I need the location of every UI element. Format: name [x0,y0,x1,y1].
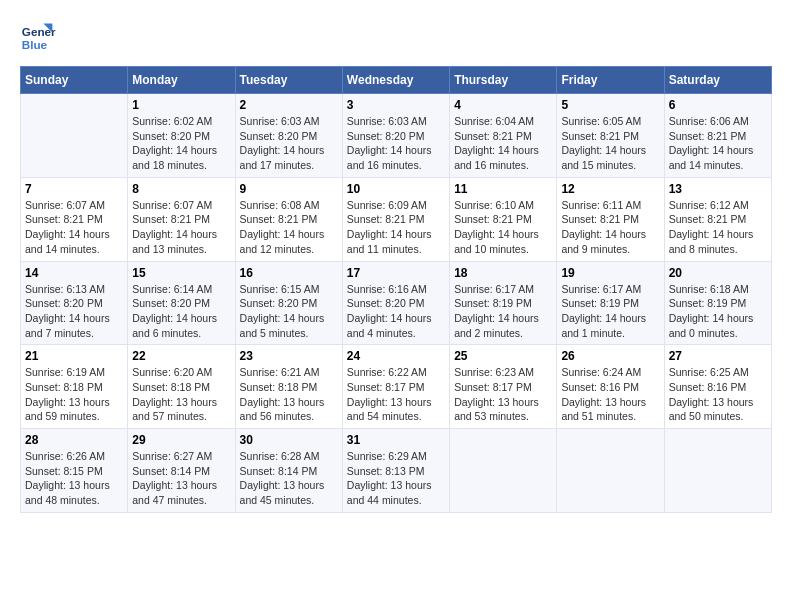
weekday-header-wednesday: Wednesday [342,67,449,94]
day-info: Sunrise: 6:15 AM Sunset: 8:20 PM Dayligh… [240,282,338,341]
day-info: Sunrise: 6:13 AM Sunset: 8:20 PM Dayligh… [25,282,123,341]
day-info: Sunrise: 6:27 AM Sunset: 8:14 PM Dayligh… [132,449,230,508]
calendar-header-row: SundayMondayTuesdayWednesdayThursdayFrid… [21,67,772,94]
day-number: 1 [132,98,230,112]
weekday-header-tuesday: Tuesday [235,67,342,94]
day-info: Sunrise: 6:16 AM Sunset: 8:20 PM Dayligh… [347,282,445,341]
weekday-header-friday: Friday [557,67,664,94]
calendar-cell: 31Sunrise: 6:29 AM Sunset: 8:13 PM Dayli… [342,429,449,513]
day-number: 30 [240,433,338,447]
calendar-cell: 10Sunrise: 6:09 AM Sunset: 8:21 PM Dayli… [342,177,449,261]
day-number: 26 [561,349,659,363]
calendar-cell: 8Sunrise: 6:07 AM Sunset: 8:21 PM Daylig… [128,177,235,261]
logo-icon: General Blue [20,20,56,56]
day-number: 8 [132,182,230,196]
day-info: Sunrise: 6:05 AM Sunset: 8:21 PM Dayligh… [561,114,659,173]
day-info: Sunrise: 6:19 AM Sunset: 8:18 PM Dayligh… [25,365,123,424]
day-number: 6 [669,98,767,112]
weekday-header-saturday: Saturday [664,67,771,94]
day-number: 15 [132,266,230,280]
calendar-cell [557,429,664,513]
calendar-cell: 1Sunrise: 6:02 AM Sunset: 8:20 PM Daylig… [128,94,235,178]
day-info: Sunrise: 6:22 AM Sunset: 8:17 PM Dayligh… [347,365,445,424]
calendar-cell: 19Sunrise: 6:17 AM Sunset: 8:19 PM Dayli… [557,261,664,345]
day-info: Sunrise: 6:26 AM Sunset: 8:15 PM Dayligh… [25,449,123,508]
calendar-table: SundayMondayTuesdayWednesdayThursdayFrid… [20,66,772,513]
day-info: Sunrise: 6:29 AM Sunset: 8:13 PM Dayligh… [347,449,445,508]
calendar-week-row: 14Sunrise: 6:13 AM Sunset: 8:20 PM Dayli… [21,261,772,345]
day-number: 3 [347,98,445,112]
weekday-header-thursday: Thursday [450,67,557,94]
calendar-week-row: 7Sunrise: 6:07 AM Sunset: 8:21 PM Daylig… [21,177,772,261]
calendar-cell: 5Sunrise: 6:05 AM Sunset: 8:21 PM Daylig… [557,94,664,178]
day-info: Sunrise: 6:02 AM Sunset: 8:20 PM Dayligh… [132,114,230,173]
day-number: 25 [454,349,552,363]
day-info: Sunrise: 6:04 AM Sunset: 8:21 PM Dayligh… [454,114,552,173]
day-number: 7 [25,182,123,196]
day-number: 22 [132,349,230,363]
day-number: 31 [347,433,445,447]
day-number: 5 [561,98,659,112]
calendar-cell: 30Sunrise: 6:28 AM Sunset: 8:14 PM Dayli… [235,429,342,513]
calendar-cell: 14Sunrise: 6:13 AM Sunset: 8:20 PM Dayli… [21,261,128,345]
calendar-cell: 17Sunrise: 6:16 AM Sunset: 8:20 PM Dayli… [342,261,449,345]
calendar-cell: 11Sunrise: 6:10 AM Sunset: 8:21 PM Dayli… [450,177,557,261]
day-number: 17 [347,266,445,280]
calendar-cell: 6Sunrise: 6:06 AM Sunset: 8:21 PM Daylig… [664,94,771,178]
day-info: Sunrise: 6:11 AM Sunset: 8:21 PM Dayligh… [561,198,659,257]
calendar-cell [21,94,128,178]
calendar-cell: 18Sunrise: 6:17 AM Sunset: 8:19 PM Dayli… [450,261,557,345]
day-number: 14 [25,266,123,280]
calendar-cell: 24Sunrise: 6:22 AM Sunset: 8:17 PM Dayli… [342,345,449,429]
calendar-cell: 28Sunrise: 6:26 AM Sunset: 8:15 PM Dayli… [21,429,128,513]
day-number: 10 [347,182,445,196]
day-number: 23 [240,349,338,363]
day-number: 21 [25,349,123,363]
calendar-cell: 12Sunrise: 6:11 AM Sunset: 8:21 PM Dayli… [557,177,664,261]
calendar-cell: 15Sunrise: 6:14 AM Sunset: 8:20 PM Dayli… [128,261,235,345]
day-info: Sunrise: 6:18 AM Sunset: 8:19 PM Dayligh… [669,282,767,341]
day-info: Sunrise: 6:07 AM Sunset: 8:21 PM Dayligh… [132,198,230,257]
day-number: 2 [240,98,338,112]
calendar-cell: 7Sunrise: 6:07 AM Sunset: 8:21 PM Daylig… [21,177,128,261]
day-number: 28 [25,433,123,447]
day-info: Sunrise: 6:17 AM Sunset: 8:19 PM Dayligh… [454,282,552,341]
day-number: 27 [669,349,767,363]
day-info: Sunrise: 6:17 AM Sunset: 8:19 PM Dayligh… [561,282,659,341]
calendar-cell [450,429,557,513]
day-number: 11 [454,182,552,196]
weekday-header-sunday: Sunday [21,67,128,94]
day-info: Sunrise: 6:12 AM Sunset: 8:21 PM Dayligh… [669,198,767,257]
calendar-cell: 21Sunrise: 6:19 AM Sunset: 8:18 PM Dayli… [21,345,128,429]
svg-text:Blue: Blue [22,38,48,51]
day-info: Sunrise: 6:23 AM Sunset: 8:17 PM Dayligh… [454,365,552,424]
calendar-cell: 27Sunrise: 6:25 AM Sunset: 8:16 PM Dayli… [664,345,771,429]
day-number: 4 [454,98,552,112]
calendar-cell: 13Sunrise: 6:12 AM Sunset: 8:21 PM Dayli… [664,177,771,261]
day-number: 18 [454,266,552,280]
day-info: Sunrise: 6:20 AM Sunset: 8:18 PM Dayligh… [132,365,230,424]
calendar-cell: 29Sunrise: 6:27 AM Sunset: 8:14 PM Dayli… [128,429,235,513]
day-info: Sunrise: 6:21 AM Sunset: 8:18 PM Dayligh… [240,365,338,424]
logo: General Blue [20,20,60,56]
calendar-cell: 22Sunrise: 6:20 AM Sunset: 8:18 PM Dayli… [128,345,235,429]
calendar-week-row: 28Sunrise: 6:26 AM Sunset: 8:15 PM Dayli… [21,429,772,513]
day-number: 13 [669,182,767,196]
day-info: Sunrise: 6:24 AM Sunset: 8:16 PM Dayligh… [561,365,659,424]
day-info: Sunrise: 6:07 AM Sunset: 8:21 PM Dayligh… [25,198,123,257]
day-info: Sunrise: 6:03 AM Sunset: 8:20 PM Dayligh… [240,114,338,173]
day-number: 29 [132,433,230,447]
page-header: General Blue [20,20,772,56]
weekday-header-monday: Monday [128,67,235,94]
day-info: Sunrise: 6:08 AM Sunset: 8:21 PM Dayligh… [240,198,338,257]
day-number: 20 [669,266,767,280]
calendar-cell: 23Sunrise: 6:21 AM Sunset: 8:18 PM Dayli… [235,345,342,429]
calendar-cell: 20Sunrise: 6:18 AM Sunset: 8:19 PM Dayli… [664,261,771,345]
calendar-cell: 9Sunrise: 6:08 AM Sunset: 8:21 PM Daylig… [235,177,342,261]
calendar-cell: 2Sunrise: 6:03 AM Sunset: 8:20 PM Daylig… [235,94,342,178]
day-number: 16 [240,266,338,280]
day-info: Sunrise: 6:10 AM Sunset: 8:21 PM Dayligh… [454,198,552,257]
day-number: 19 [561,266,659,280]
calendar-cell: 25Sunrise: 6:23 AM Sunset: 8:17 PM Dayli… [450,345,557,429]
day-number: 24 [347,349,445,363]
